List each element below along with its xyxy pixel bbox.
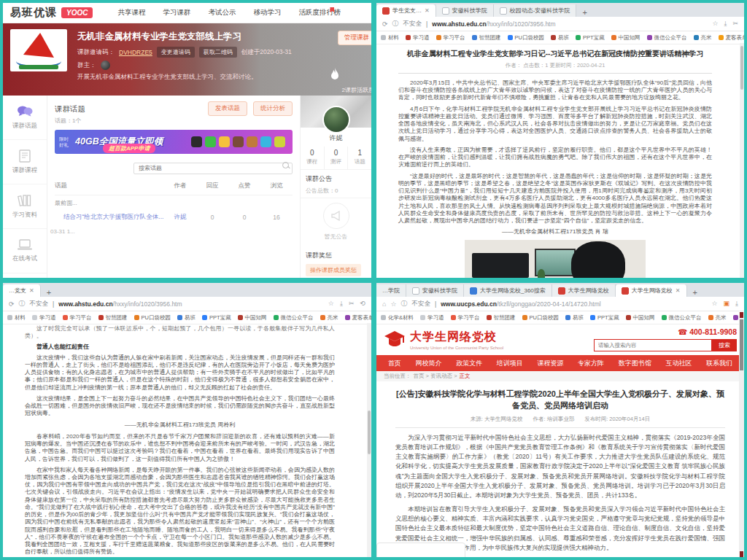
undo-icon[interactable]: ⟲ [360,300,365,308]
floating-widget[interactable] [376,542,465,557]
new-tab-button[interactable]: + [687,288,703,297]
invite-code-link[interactable]: DVHDRZE5 [119,49,152,56]
bookmark-item[interactable]: 易班 [565,314,584,322]
get-qr-button[interactable]: 获取二维码 [199,47,237,58]
close-tab-icon[interactable]: ✕ [425,7,430,14]
bookmark-item[interactable]: 智慧团建 [472,34,501,42]
bookmark-item[interactable]: PU口袋校园 [508,34,544,42]
bookmark-partial[interactable]: 材料 [7,314,26,322]
browser-tab[interactable]: 大学生网络党校_360搜索 [464,284,552,297]
post-topic-button[interactable]: 发表话题 [208,101,247,116]
download-icon[interactable]: ⤓ [735,300,738,308]
clip-icon[interactable]: ✂ [732,20,738,28]
star-icon[interactable]: ☆ [712,20,718,28]
download-icon[interactable]: ⤓ [340,300,343,308]
page-url[interactable]: www.ahstu.edu.cn/hxxy/info/1020/3956.htm [58,300,182,308]
change-invite-button[interactable]: 变更邀请码 [157,47,195,58]
browser-tab[interactable]: 学生党支…✕ [376,4,436,17]
star-left-icon[interactable]: ☆ [390,300,396,308]
site-info-icon[interactable]: ⓘ [401,299,408,308]
yooc-nav-item[interactable]: 共享课程 [117,8,145,18]
yooc-nav-item[interactable]: 学习课群 [163,8,190,18]
pschool-nav-item[interactable]: 互动社区 [665,359,692,368]
bookmark-item[interactable]: PPT宝藏 [576,34,605,42]
new-tab-button[interactable]: + [41,288,57,297]
bookmark-item[interactable]: 学习通 [406,34,430,42]
page-url[interactable]: www.ahstu.edu.cn/hxxy/info/1020/3956.htm [432,20,555,28]
bookmark-item[interactable]: 亮米 [320,314,338,322]
site-search-input[interactable] [594,339,712,351]
site-search-button[interactable]: 搜索 [712,339,737,351]
browser-tab[interactable]: …学院 [376,284,406,297]
close-tab-icon[interactable]: ✕ [29,287,34,294]
bookmark-partial[interactable]: 材料 [381,34,399,42]
bookmark-item[interactable]: 易班 [177,314,196,322]
pschool-nav-item[interactable]: 课程资源 [537,359,563,368]
topic-search-input[interactable] [133,163,293,174]
bookmark-item[interactable]: 中国知网 [611,34,640,42]
bookmark-item[interactable]: PU口袋校园 [134,314,171,322]
sidebar-item-exams[interactable]: 在线考试 [3,229,47,273]
site-info-icon[interactable]: ⓘ [19,299,26,308]
new-tab-button[interactable]: + [576,8,592,17]
stat-courses[interactable]: 0课程 [301,147,325,169]
bookmark-item[interactable]: 中国知网 [626,314,655,322]
bookmark-item[interactable]: 学习平台 [63,314,92,322]
browser-tab[interactable]: 安徽科技学院 [406,284,464,297]
bookmark-item[interactable]: PU口袋校园 [522,314,559,322]
reload-icon[interactable]: ⟳ [9,300,15,308]
bookmark-item[interactable]: 亮米 [708,314,727,322]
pschool-nav-item[interactable]: 联系我们 [706,359,732,368]
stats-analysis-button[interactable]: 统计分析 [253,101,293,116]
scrollbar[interactable] [367,323,371,557]
url-bar[interactable]: ⟳ ⓘ 不安全 | www.ahstu.edu.cn/hxxy/info/102… [3,297,371,311]
yooc-nav-item[interactable]: 移动学习 [253,8,281,18]
bookmark-item[interactable]: 微信公众平台 [662,314,702,322]
breadcrumb-path[interactable]: 首页 > 资讯动态 > [414,373,457,380]
bookmark-item[interactable]: PPT宝藏 [590,314,619,322]
scrollbar[interactable] [739,312,744,557]
pschool-nav-item[interactable]: 培训项目 [497,359,523,368]
extension-icon[interactable]: ▣ [724,300,730,308]
bookmark-item[interactable]: 微信公众平台 [274,314,314,322]
pschool-nav-item[interactable]: 网校简介 [415,359,441,368]
yooc-nav-item[interactable]: 考试公示 [208,8,236,18]
bookmark-item[interactable]: 易班 [551,34,569,42]
pschool-nav-item[interactable]: 首页 [388,359,401,368]
pschool-logo[interactable]: 大学生网络党校 University Union of the Communis… [384,330,503,350]
site-info-icon[interactable]: ⓘ [392,19,399,28]
clip-icon[interactable]: ✂ [349,300,355,308]
pschool-nav-item[interactable]: 数字图书馆 [619,359,651,368]
star-icon[interactable]: ☆ [711,300,717,308]
owner-avatar[interactable] [101,61,110,70]
url-bar[interactable]: ⌂ ☆ ⓘ 不安全 | www.uucps.edu.cn/tkzll/gongg… [376,297,744,311]
ad-banner[interactable]: 限时好礼 40GB全国流量立即领 超百款APP申请 [55,130,293,154]
bookmark-item[interactable]: 微信公众平台 [647,34,687,42]
bookmark-item[interactable]: 智慧团建 [98,314,128,322]
bookmark-item[interactable]: 中国知网 [238,314,267,322]
bookmark-item[interactable]: 麦客表单 [719,34,744,42]
reload-icon[interactable]: ⟳ [382,20,388,28]
topic-link[interactable]: 结合习“给北京大学援鄂医疗队全体... [55,213,164,222]
star-icon[interactable]: ☆ [328,300,334,308]
bookmark-partial[interactable]: 化学&材料 [381,314,414,322]
bookmark-item[interactable]: 学习平台 [451,314,480,322]
scrollbar[interactable] [740,43,744,278]
browser-tab[interactable]: 大学生网络党校 ✕ [616,284,687,297]
pschool-nav-item[interactable]: 专家方阵 [578,359,604,368]
browser-tab[interactable]: 大学生网络党校 [552,284,616,297]
bookmark-item[interactable]: 学习通 [420,314,444,322]
browser-tab[interactable]: 安徽科技学院 [436,4,494,17]
sidebar-item-courses[interactable]: 课群课程 [3,140,47,184]
sidebar-item-topics[interactable]: 课群话题 [3,96,47,140]
bookmark-item[interactable]: 麦客表单 [345,314,371,322]
sidebar-item-materials[interactable]: 学习资料 [3,184,47,229]
topic-author-link[interactable]: 许妮 [164,213,196,222]
page-url[interactable]: www.uucps.edu.cn/tkzll/gonggao/2020-04-1… [441,300,600,308]
bookmark-item[interactable]: 学习通 [32,314,56,322]
stat-evaluations[interactable]: 0测评 [325,147,349,169]
bookmark-item[interactable]: PPT宝藏 [202,314,231,322]
download-icon[interactable]: ⤓ [724,20,727,28]
bookmark-item[interactable]: 亮米 [694,34,712,42]
bookmark-item[interactable]: 学习平台 [436,34,465,42]
